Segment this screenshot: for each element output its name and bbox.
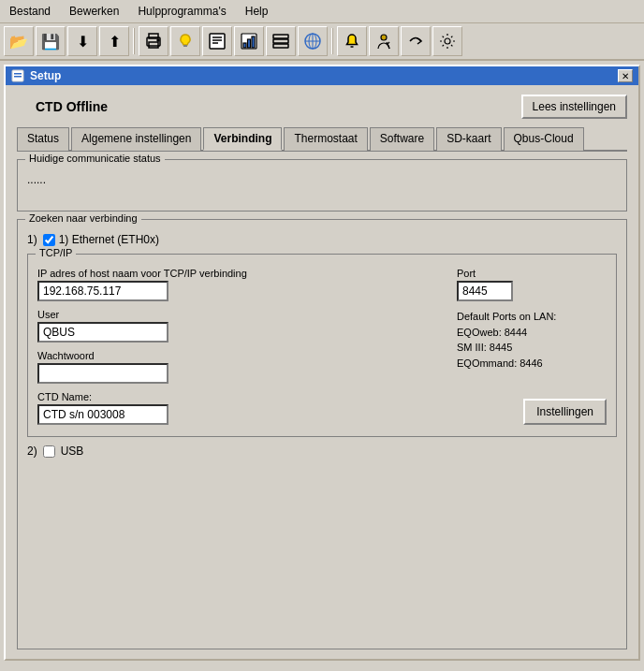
svg-rect-12 [252,36,255,48]
window-content: CTD Offline Lees instellingen Status Alg… [6,85,638,659]
ethernet-label: 1) Ethernet (ETH0x) [59,233,159,246]
window-close-button[interactable]: ✕ [618,69,633,82]
app-title: CTD Offline [36,99,108,114]
svg-rect-14 [273,39,288,43]
tab-algemene[interactable]: Algemene instellingen [71,127,201,151]
port-label: Port [457,268,607,279]
usb-checkbox[interactable] [43,445,55,458]
smiii-label: SM III: 8445 [457,340,607,356]
tcpip-left: IP adres of host naam voor TCP/IP verbin… [37,268,438,425]
bell-button[interactable] [337,26,367,56]
tcpip-legend: TCP/IP [36,247,76,258]
user-label: User [37,309,438,320]
network-button[interactable] [298,26,328,56]
ip-label: IP adres of host naam voor TCP/IP verbin… [37,268,438,279]
svg-point-3 [157,39,159,41]
eqoweb-label: EQOweb: 8444 [457,325,607,341]
ctd-name-field-group: CTD Name: [37,391,438,425]
password-label: Wachtwoord [37,350,438,361]
ip-input[interactable] [37,281,168,301]
save-button[interactable]: 💾 [36,26,66,56]
user-field-group: User [37,309,438,343]
port-input[interactable] [457,281,513,301]
separator-2 [331,28,333,54]
open-button[interactable]: 📂 [4,26,34,56]
svg-rect-13 [273,35,288,38]
tab-status[interactable]: Status [17,127,69,151]
tab-qbus-cloud[interactable]: Qbus-Cloud [504,127,584,151]
svg-rect-5 [210,34,225,49]
arrow-button[interactable] [401,26,431,56]
tcpip-right: Port Default Ports on LAN: EQOweb: 8444 … [457,268,607,425]
usb-label: USB [61,445,84,458]
window-title: Setup [30,69,61,82]
settings-button[interactable] [432,26,462,56]
separator-1 [133,28,135,54]
tab-sd-kaart[interactable]: SD-kaart [436,127,501,151]
svg-rect-11 [248,39,251,48]
ip-field-group: IP adres of host naam voor TCP/IP verbin… [37,268,438,301]
ctd-name-label: CTD Name: [37,391,438,402]
default-ports-label: Default Ports on LAN: [457,309,607,325]
svg-rect-1 [149,34,158,38]
person-button[interactable] [369,26,399,56]
chart-button[interactable] [234,26,264,56]
window-header: CTD Offline Lees instellingen [17,95,627,119]
ethernet-number-label: 1) [27,233,37,246]
svg-point-24 [445,38,450,44]
menu-bewerken[interactable]: Bewerken [66,3,123,20]
lightbulb-button[interactable] [170,26,200,56]
tcpip-content: IP adres of host naam voor TCP/IP verbin… [37,268,607,425]
window-titlebar: Setup ✕ [6,66,638,85]
toolbar: 📂 💾 ⬇ ⬆ [0,23,644,61]
ethernet-row: 1) 1) Ethernet (ETH0x) [27,233,617,246]
tab-verbinding[interactable]: Verbinding [203,127,282,151]
edit-button[interactable] [202,26,232,56]
comm-status-box: Huidige communicatie status ...... [17,159,627,212]
port-field-group: Port [457,268,607,301]
svg-rect-4 [183,45,187,47]
tab-content-verbinding: Huidige communicatie status ...... Zoeke… [17,159,627,649]
comm-status-value: ...... [27,173,617,201]
download-button[interactable]: ⬇ [67,26,97,56]
instellingen-button[interactable]: Instellingen [523,399,607,425]
tcpip-box: TCP/IP IP adres of host naam voor TCP/IP… [27,254,617,437]
comm-status-legend: Huidige communicatie status [25,153,165,164]
print-button[interactable] [139,26,168,56]
upload-button[interactable]: ⬆ [99,26,129,56]
main-window: Setup ✕ CTD Offline Lees instellingen St… [4,65,640,661]
svg-point-21 [381,35,387,40]
svg-rect-27 [14,76,22,78]
svg-rect-2 [149,42,158,48]
search-box: Zoeken naar verbinding 1) 1) Ethernet (E… [17,219,627,649]
ctd-name-input[interactable] [37,404,168,425]
svg-rect-26 [14,73,22,75]
stack-button[interactable] [266,26,296,56]
tab-bar: Status Algemene instellingen Verbinding … [17,126,627,152]
menu-help[interactable]: Help [242,3,272,20]
eqommand-label: EQOmmand: 8446 [457,356,607,372]
password-input[interactable] [37,363,168,384]
usb-number-label: 2) [27,445,37,458]
svg-rect-15 [273,44,288,48]
tab-thermostaat[interactable]: Thermostaat [284,127,367,151]
lees-instellingen-button[interactable]: Lees instellingen [521,95,627,119]
menubar: Bestand Bewerken Hulpprogramma's Help [0,0,644,23]
tab-software[interactable]: Software [370,127,434,151]
default-ports-info: Default Ports on LAN: EQOweb: 8444 SM II… [457,309,607,371]
usb-row: 2) USB [27,445,617,458]
password-field-group: Wachtwoord [37,350,438,384]
search-legend: Zoeken naar verbinding [25,212,141,224]
menu-hulpprogrammas[interactable]: Hulpprogramma's [134,3,229,20]
menu-bestand[interactable]: Bestand [6,3,54,20]
svg-rect-10 [243,43,246,48]
ethernet-checkbox[interactable] [43,234,55,246]
user-input[interactable] [37,322,168,343]
window-icon [11,69,24,82]
